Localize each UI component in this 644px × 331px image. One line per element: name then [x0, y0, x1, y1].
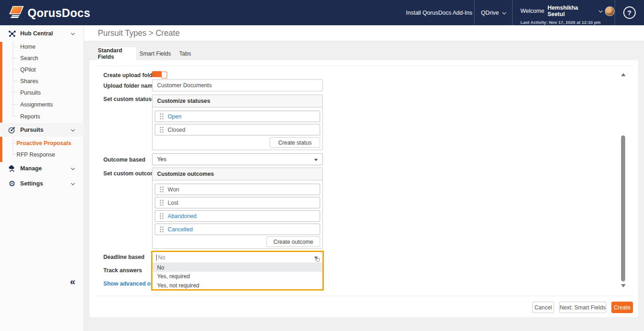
sidebar-item-hub-central[interactable]: Hub Central	[0, 27, 84, 40]
user-menu[interactable]: Welcome Hemshikha Seetul Last Activity: …	[512, 0, 615, 25]
top-header-bar: QorusDocs Install QorusDocs Add-Ins QDri…	[0, 0, 644, 25]
sidebar-item-reports[interactable]: Reports	[0, 111, 84, 122]
gear-icon: ⚙	[8, 180, 16, 188]
outcome-item-won[interactable]: Won	[155, 184, 320, 195]
scroll-up-arrow[interactable]	[621, 73, 626, 76]
hub-icon	[8, 29, 16, 38]
create-outcome-button[interactable]: Create outcome	[266, 236, 320, 247]
breadcrumb-bar: Pursuit Types > Create	[84, 25, 644, 41]
set-custom-statuses-label: Set custom statuses	[103, 96, 158, 102]
chevron-down-icon	[71, 166, 74, 170]
deadline-option-yes-required[interactable]: Yes, required	[153, 272, 322, 281]
toggle-knob	[161, 72, 167, 79]
user-name: Hemshikha Seetul	[548, 5, 596, 17]
outcomes-panel-header: Customize outcomes	[153, 168, 322, 180]
sidebar-item-search[interactable]: Search	[0, 52, 84, 64]
sidebar-section-manage[interactable]: Manage	[0, 162, 84, 175]
sidebar-item-assignments[interactable]: Assignments	[0, 99, 84, 110]
card-top-divider	[96, 66, 634, 66]
app-window: QorusDocs Install QorusDocs Add-Ins QDri…	[0, 0, 644, 331]
chevron-down-icon	[71, 181, 74, 185]
qorusdocs-logo-icon	[7, 5, 25, 21]
create-upload-folder-label: Create upload folder	[103, 72, 158, 79]
outcome-based-select[interactable]: Yes	[152, 153, 323, 165]
avatar[interactable]	[605, 6, 615, 16]
deadline-based-label: Deadline based	[103, 254, 144, 260]
manage-label: Manage	[20, 165, 42, 172]
sidebar: Hub Central Home Search QPilot Shares Pu…	[0, 25, 84, 331]
outcome-item-cancelled[interactable]: Cancelled	[155, 224, 320, 235]
chevron-down-icon	[71, 128, 74, 131]
scrollbar-thumb[interactable]	[621, 135, 625, 281]
cancel-button[interactable]: Cancel	[532, 302, 554, 313]
scroll-down-arrow[interactable]	[621, 284, 626, 287]
deadline-based-combobox[interactable]: No	[153, 252, 322, 263]
sidebar-item-proactive-proposals[interactable]: Proactive Proposals	[0, 137, 84, 149]
caret-down-icon	[314, 159, 318, 161]
drag-handle-icon[interactable]	[160, 213, 161, 214]
cloud-network-icon	[8, 164, 16, 173]
status-item-open[interactable]: Open	[155, 111, 320, 122]
drag-handle-icon[interactable]	[160, 127, 161, 128]
settings-label: Settings	[20, 180, 43, 187]
statuses-panel-header: Customize statuses	[153, 95, 322, 107]
statuses-panel: Customize statuses Open Closed Create st…	[152, 95, 323, 150]
sidebar-section-pursuits[interactable]: Pursuits	[0, 123, 84, 137]
chevron-down-icon	[502, 11, 506, 14]
sidebar-item-qpilot[interactable]: QPilot	[0, 64, 84, 75]
help-button[interactable]: ?	[615, 0, 644, 25]
welcome-label: Welcome	[520, 8, 544, 14]
sidebar-collapse-button[interactable]: «	[67, 275, 79, 287]
sidebar-item-rfp-response[interactable]: RFP Response	[0, 149, 84, 160]
chevron-down-icon	[71, 31, 74, 35]
footer-divider	[96, 296, 634, 296]
target-icon	[8, 126, 16, 134]
outcome-item-lost[interactable]: Lost	[155, 197, 320, 208]
chevron-down-icon	[599, 9, 603, 12]
upload-folder-name-label: Upload folder name*	[103, 83, 159, 89]
brand-logo[interactable]: QorusDocs	[7, 5, 90, 21]
install-addins-link[interactable]: Install QorusDocs Add-Ins	[404, 0, 474, 25]
tab-smart-fields[interactable]: Smart Fields	[139, 47, 171, 60]
sidebar-item-shares[interactable]: Shares	[0, 75, 84, 87]
qdrive-menu[interactable]: QDrive	[474, 0, 512, 25]
sidebar-section-settings[interactable]: ⚙ Settings	[0, 177, 84, 191]
outcome-item-abandoned[interactable]: Abandoned	[155, 210, 320, 222]
mouse-cursor-icon	[314, 256, 321, 265]
deadline-option-no[interactable]: No	[153, 263, 322, 272]
help-icon: ?	[623, 6, 636, 19]
pursuits-section-label: Pursuits	[20, 127, 43, 133]
status-item-closed[interactable]: Closed	[155, 124, 320, 135]
create-button[interactable]: Create	[611, 302, 633, 313]
create-upload-folder-toggle[interactable]	[152, 71, 162, 77]
track-answers-label: Track answers	[103, 267, 142, 274]
breadcrumb: Pursuit Types > Create	[98, 28, 180, 38]
brand-name: QorusDocs	[28, 6, 90, 20]
create-status-button[interactable]: Create status	[270, 137, 320, 148]
drag-handle-icon[interactable]	[160, 113, 161, 115]
upload-folder-name-input[interactable]	[152, 79, 323, 91]
next-smart-fields-button[interactable]: Next: Smart Fields	[559, 302, 606, 313]
qdrive-label: QDrive	[481, 10, 499, 16]
outcome-based-label: Outcome based	[103, 157, 145, 163]
drag-handle-icon[interactable]	[160, 200, 161, 201]
sidebar-item-pursuits[interactable]: Pursuits	[0, 87, 84, 98]
last-activity-text: Last Activity: Nov 17, 2025 at 12:10 pm	[520, 20, 615, 25]
hub-central-label: Hub Central	[20, 30, 53, 37]
drag-handle-icon[interactable]	[160, 186, 161, 188]
text-caret	[156, 254, 157, 261]
drag-handle-icon[interactable]	[160, 226, 161, 228]
tab-standard-fields[interactable]: Standard Fields	[98, 47, 136, 60]
outcomes-panel: Customize outcomes Won Lost Abandoned Ca…	[152, 168, 323, 249]
deadline-based-dropdown: No No Yes, required Yes, not required	[151, 251, 324, 291]
deadline-option-yes-not-required[interactable]: Yes, not required	[153, 281, 322, 290]
tab-tabs[interactable]: Tabs	[175, 47, 196, 60]
sidebar-item-home[interactable]: Home	[0, 41, 84, 52]
